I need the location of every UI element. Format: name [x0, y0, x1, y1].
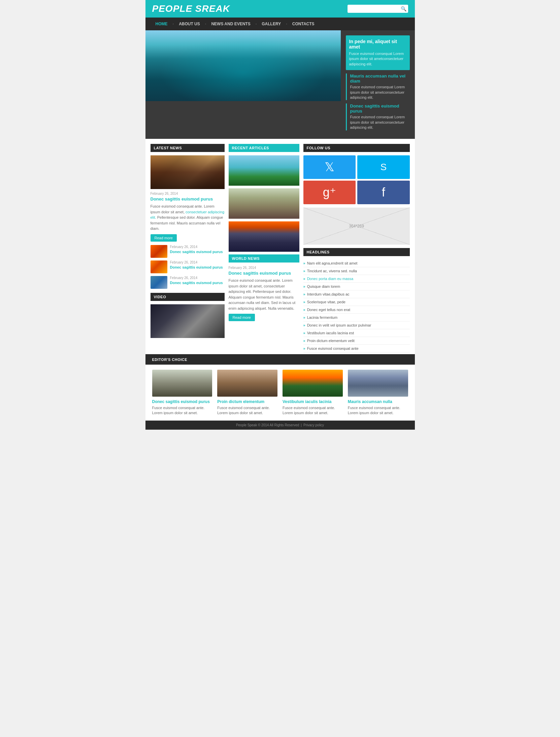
nav-dot-2: ● [205, 23, 206, 25]
small-news-title-3[interactable]: Donec sagittis euismod purus [170, 280, 225, 285]
ad-size-label: 364*269 [349, 224, 364, 228]
editor-thumb-1 [152, 370, 212, 397]
headline-12[interactable]: Fusce euismod consequat ante [303, 345, 410, 352]
hero-featured-title: In pede mi, aliquet sit amet [349, 39, 406, 50]
main-read-more-button[interactable]: Read more [151, 234, 177, 242]
headline-10[interactable]: Vestibulum iaculis lacinia est [303, 329, 410, 337]
headline-4[interactable]: Quisque diam lorem [303, 283, 410, 290]
small-news-info-2: February 26, 2014 Donec sagittis euismod… [170, 260, 225, 270]
editor-thumb-4 [348, 370, 408, 397]
small-news-date-3: February 26, 2014 [170, 276, 225, 280]
editor-item-3: Vestibulum iaculis lacinia Fusce euismod… [283, 370, 343, 416]
world-news-header: WORLD NEWS [229, 254, 299, 263]
small-news-info-3: February 26, 2014 Donec sagittis euismod… [170, 276, 225, 285]
small-news-title-2[interactable]: Donec sagittis euismod purus [170, 265, 225, 270]
small-news-item-3: February 26, 2014 Donec sagittis euismod… [151, 276, 225, 289]
hero-section: In pede mi, aliquet sit amet Fusce euism… [145, 30, 415, 139]
headline-5[interactable]: Interdum vitae,dapibus ac [303, 290, 410, 298]
twitter-button[interactable]: 𝕏 [303, 155, 356, 179]
search-box[interactable]: 🔍 [348, 5, 408, 13]
small-news-thumb-3 [151, 276, 167, 289]
headlines-header: HEADLINES [303, 248, 410, 256]
small-news-item-2: February 26, 2014 Donec sagittis euismod… [151, 260, 225, 273]
headline-6[interactable]: Scelerisque vitae, pede [303, 298, 410, 306]
editor-body-1: Fusce euismod consequat ante. Lorem ipsu… [152, 405, 212, 416]
social-grid: 𝕏 S g⁺ f [303, 155, 410, 204]
facebook-icon: f [382, 185, 385, 199]
hero-image [145, 30, 341, 101]
world-news-body: Fusce euismod consequat ante. Lorem ipsu… [229, 278, 299, 311]
news-body-link[interactable]: consectetuer adipiscing elit. [151, 210, 225, 220]
article-image-city [229, 221, 299, 252]
article-image-wind [229, 155, 299, 186]
hero-sidebar: In pede mi, aliquet sit amet Fusce euism… [341, 30, 415, 139]
skype-icon: S [380, 162, 387, 173]
editors-choice-bar: EDITOR'S CHOICE [145, 354, 415, 365]
world-news-read-more-button[interactable]: Read more [229, 314, 255, 321]
facebook-button[interactable]: f [357, 181, 410, 204]
headline-8[interactable]: Lacinia fermentum [303, 314, 410, 321]
advertisement: 364*269 [303, 208, 410, 245]
main-news-title[interactable]: Donec sagittis euismod purus [151, 196, 225, 202]
small-news-thumb-2 [151, 260, 167, 273]
nav-gallery[interactable]: GALLERY [258, 18, 284, 30]
main-news-date: February 26, 2014 [151, 192, 225, 195]
editor-title-2[interactable]: Proin dictum elementum [217, 399, 277, 404]
article-image-woman [229, 188, 299, 219]
editor-thumb-2 [217, 370, 277, 397]
editor-thumb-3 [283, 370, 343, 397]
world-news-section: WORLD NEWS February 26, 2014 Donec sagit… [229, 254, 299, 321]
nav-dot-1: ● [173, 23, 174, 25]
site-footer: People Speak © 2014 All Rights Reserved … [145, 421, 415, 430]
small-news-info-1: February 26, 2014 Donec sagittis euismod… [170, 245, 225, 254]
headline-2[interactable]: Tincidunt ac, viverra sed. nulla [303, 267, 410, 275]
world-news-date: February 26, 2014 [229, 266, 299, 270]
site-logo: PEOPLE SREAK [152, 3, 230, 14]
small-articles: February 26, 2014 Donec sagittis euismod… [151, 245, 225, 289]
editors-grid: Donec sagittis euismod purus Fusce euism… [145, 365, 415, 421]
hero-item-1-title: Mauris accumsan nulla vel diam [350, 73, 410, 84]
hero-list-item-1: Mauris accumsan nulla vel diam Fusce eui… [346, 73, 410, 100]
search-button[interactable]: 🔍 [401, 6, 406, 11]
main-nav: HOME ● ABOUT US ● NEWS AND EVENTS ● GALL… [145, 18, 415, 30]
nav-home[interactable]: HOME [152, 18, 171, 30]
small-news-title-1[interactable]: Donec sagittis euismod purus [170, 249, 225, 254]
editor-title-3[interactable]: Vestibulum iaculis lacinia [283, 399, 343, 404]
site-header: PEOPLE SREAK 🔍 [145, 0, 415, 18]
editor-body-3: Fusce euismod consequat ante. Lorem ipsu… [283, 405, 343, 416]
headline-9[interactable]: Donec in velit vel ipsum auctor pulvinar [303, 321, 410, 329]
small-news-item-1: February 26, 2014 Donec sagittis euismod… [151, 245, 225, 258]
nav-contacts[interactable]: CONTACTS [289, 18, 318, 30]
editor-item-4: Mauris accumsan nulla Fusce euismod cons… [348, 370, 408, 416]
editor-title-4[interactable]: Mauris accumsan nulla [348, 399, 408, 404]
editor-body-4: Fusce euismod consequat ante. Lorem ipsu… [348, 405, 408, 416]
skype-button[interactable]: S [357, 155, 410, 179]
headlines-list: Nam elit agna,endrerit sit amet Tincidun… [303, 259, 410, 352]
editor-title-1[interactable]: Donec sagittis euismod purus [152, 399, 212, 404]
headline-1[interactable]: Nam elit agna,endrerit sit amet [303, 259, 410, 267]
headline-11[interactable]: Proin dictum elementum velit [303, 337, 410, 345]
headline-7[interactable]: Donec eget tellus non erat [303, 306, 410, 314]
hero-featured-item: In pede mi, aliquet sit amet Fusce euism… [346, 35, 410, 70]
right-column: FOLLOW US 𝕏 S g⁺ f 364*2 [303, 144, 410, 352]
video-header: VIDEO [151, 293, 225, 301]
headline-3[interactable]: Donec porta diam eu massa [303, 275, 410, 283]
nav-news[interactable]: NEWS AND EVENTS [208, 18, 254, 30]
google-button[interactable]: g⁺ [303, 181, 356, 204]
hero-featured-body: Fusce euismod consequat Lorem ipsum dolo… [349, 51, 406, 67]
main-news-body: Fusce euismod consequat ante. Lorem ipsu… [151, 204, 225, 232]
search-input[interactable] [350, 6, 401, 11]
twitter-icon: 𝕏 [325, 160, 334, 174]
video-section: VIDEO [151, 293, 225, 338]
follow-us-header: FOLLOW US [303, 144, 410, 152]
main-news-image [151, 155, 225, 189]
nav-about[interactable]: ABOUT US [175, 18, 203, 30]
privacy-policy-link[interactable]: Privacy policy [303, 423, 324, 427]
copyright-text: People Speak © 2014 All Rights Reserved [236, 423, 299, 427]
world-news-title[interactable]: Donec sagittis euismod purus [229, 271, 299, 276]
main-news-image-inner [151, 155, 225, 189]
nav-dot-3: ● [256, 23, 257, 25]
editor-item-2: Proin dictum elementum Fusce euismod con… [217, 370, 277, 416]
video-thumbnail [151, 304, 225, 338]
left-column: LATEST NEWS February 26, 2014 Donec sagi… [151, 144, 225, 352]
